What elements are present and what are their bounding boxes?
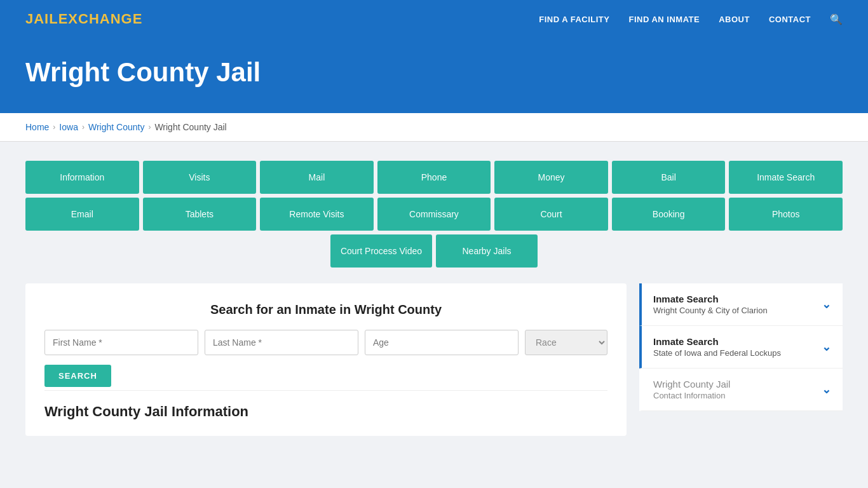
tab-court-process-video[interactable]: Court Process Video (330, 234, 432, 268)
chevron-down-icon-0: ⌄ (822, 297, 831, 311)
tab-tablets[interactable]: Tablets (143, 198, 257, 231)
tab-money[interactable]: Money (494, 161, 608, 194)
breadcrumb-sep-2: › (82, 123, 85, 132)
first-name-input[interactable] (44, 330, 198, 355)
tab-mail[interactable]: Mail (260, 161, 374, 194)
tab-court[interactable]: Court (494, 198, 608, 231)
tab-commissary[interactable]: Commissary (377, 198, 491, 231)
breadcrumb-iowa[interactable]: Iowa (59, 122, 78, 132)
site-header: JAILEXCHANGE FIND A FACILITY FIND AN INM… (0, 0, 868, 38)
right-sidebar: Inmate Search Wright County & City of Cl… (639, 283, 843, 436)
tab-inmate-search[interactable]: Inmate Search (729, 161, 843, 194)
nav-contact[interactable]: CONTACT (769, 15, 811, 24)
sidebar-card-subtitle-2: Contact Information (653, 391, 730, 400)
last-name-input[interactable] (205, 330, 358, 355)
sidebar-card-contact-info[interactable]: Wright County Jail Contact Information ⌄ (639, 369, 843, 411)
sidebar-card-title-1: Inmate Search (653, 336, 781, 347)
breadcrumb-bar: Home › Iowa › Wright County › Wright Cou… (0, 113, 868, 142)
tab-information[interactable]: Information (25, 161, 139, 194)
tab-remote-visits[interactable]: Remote Visits (260, 198, 374, 231)
logo-part2: EXCHANGE (58, 11, 143, 27)
sidebar-card-text-0: Inmate Search Wright County & City of Cl… (653, 294, 768, 315)
sidebar-card-inmate-search-iowa[interactable]: Inmate Search State of Iowa and Federal … (639, 326, 843, 369)
tab-booking[interactable]: Booking (612, 198, 726, 231)
search-title: Search for an Inmate in Wright County (44, 302, 607, 317)
nav-about[interactable]: ABOUT (719, 15, 750, 24)
tabs-row-1: Information Visits Mail Phone Money Bail… (25, 161, 843, 194)
sidebar-card-text-1: Inmate Search State of Iowa and Federal … (653, 336, 781, 358)
race-select[interactable]: Race White Black Hispanic Asian Other (525, 330, 607, 355)
content-area: Search for an Inmate in Wright County Ra… (25, 283, 843, 436)
chevron-down-icon-1: ⌄ (822, 340, 831, 354)
tab-phone[interactable]: Phone (377, 161, 491, 194)
tab-email[interactable]: Email (25, 198, 139, 231)
breadcrumb: Home › Iowa › Wright County › Wright Cou… (25, 122, 843, 132)
breadcrumb-wright-county[interactable]: Wright County (88, 122, 144, 132)
sidebar-card-subtitle-1: State of Iowa and Federal Lockups (653, 348, 781, 358)
breadcrumb-home[interactable]: Home (25, 122, 49, 132)
breadcrumb-current: Wright County Jail (154, 122, 226, 132)
age-input[interactable] (365, 330, 519, 355)
page-title: Wright County Jail (25, 57, 843, 88)
tabs-row-2: Email Tablets Remote Visits Commissary C… (25, 198, 843, 231)
logo-part1: JAIL (25, 11, 58, 27)
tabs-row-3: Court Process Video Nearby Jails (25, 234, 843, 268)
chevron-down-icon-2: ⌄ (822, 383, 831, 396)
sidebar-card-title-2: Wright County Jail (653, 379, 730, 390)
tab-bail[interactable]: Bail (612, 161, 726, 194)
breadcrumb-sep-1: › (53, 123, 55, 132)
sidebar-card-title-0: Inmate Search (653, 294, 768, 304)
nav-find-facility[interactable]: FIND A FACILITY (539, 15, 609, 24)
tab-photos[interactable]: Photos (729, 198, 843, 231)
nav-find-inmate[interactable]: FIND AN INMATE (628, 15, 700, 24)
site-logo[interactable]: JAILEXCHANGE (25, 11, 142, 27)
section-title: Wright County Jail Information (44, 390, 607, 420)
sidebar-card-text-2: Wright County Jail Contact Information (653, 379, 730, 400)
main-nav: FIND A FACILITY FIND AN INMATE ABOUT CON… (539, 13, 843, 25)
left-panel: Search for an Inmate in Wright County Ra… (25, 283, 627, 436)
hero-section: Wright County Jail (0, 38, 868, 113)
sidebar-card-inmate-search-wright[interactable]: Inmate Search Wright County & City of Cl… (639, 283, 843, 326)
breadcrumb-sep-3: › (148, 123, 151, 132)
search-form: Race White Black Hispanic Asian Other (44, 330, 607, 355)
search-icon-button[interactable]: 🔍 (830, 13, 843, 25)
tab-visits[interactable]: Visits (143, 161, 257, 194)
sidebar-card-subtitle-0: Wright County & City of Clarion (653, 306, 768, 315)
search-button[interactable]: SEARCH (44, 365, 111, 387)
tab-nearby-jails[interactable]: Nearby Jails (436, 234, 538, 268)
main-content: Information Visits Mail Phone Money Bail… (0, 142, 868, 455)
